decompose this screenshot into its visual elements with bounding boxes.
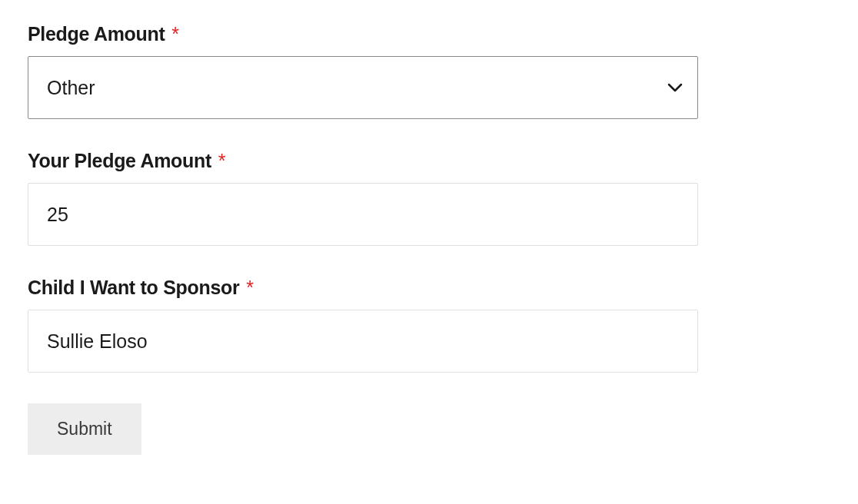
label-text: Child I Want to Sponsor (28, 277, 239, 298)
child-to-sponsor-group: Child I Want to Sponsor * (28, 277, 830, 373)
required-asterisk: * (171, 23, 178, 45)
your-pledge-amount-input[interactable] (28, 183, 698, 246)
pledge-amount-group: Pledge Amount * Other (28, 23, 830, 119)
pledge-amount-label: Pledge Amount * (28, 23, 830, 45)
pledge-amount-select[interactable]: Other (28, 56, 698, 119)
label-text: Your Pledge Amount (28, 150, 211, 171)
required-asterisk: * (246, 277, 253, 298)
submit-button[interactable]: Submit (28, 403, 141, 455)
your-pledge-amount-label: Your Pledge Amount * (28, 150, 830, 172)
required-asterisk: * (218, 150, 225, 171)
your-pledge-amount-group: Your Pledge Amount * (28, 150, 830, 246)
label-text: Pledge Amount (28, 23, 165, 45)
child-to-sponsor-input[interactable] (28, 310, 698, 373)
child-to-sponsor-label: Child I Want to Sponsor * (28, 277, 830, 299)
pledge-amount-select-wrapper: Other (28, 56, 698, 119)
